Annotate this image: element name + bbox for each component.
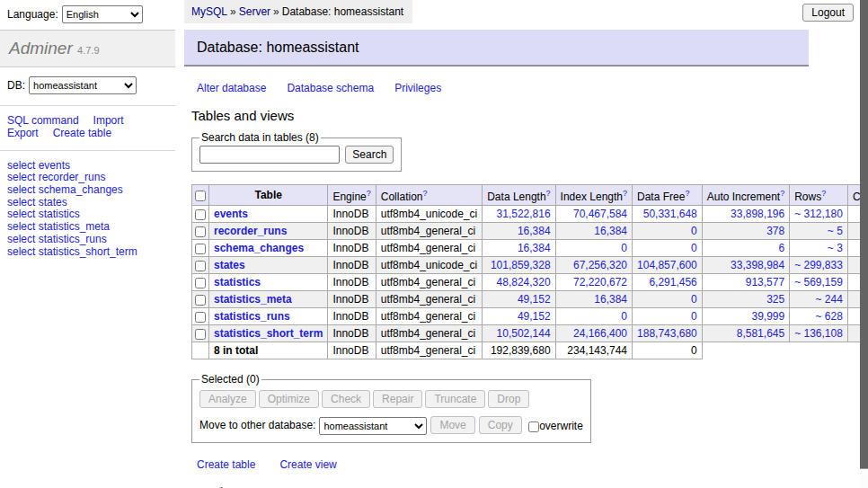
language-select[interactable]: English [62,5,143,23]
move-copy-button[interactable]: Copy [479,416,522,434]
logout-button[interactable]: Logout [802,4,854,22]
sidebar-action-link[interactable]: Import [93,114,124,127]
move-copy-button[interactable]: Move [430,416,474,434]
scrollbar-thumb[interactable] [860,0,868,469]
sidebar-table-link[interactable]: select events [7,159,70,172]
breadcrumb-link[interactable]: MySQL [191,5,227,18]
index-length-link[interactable]: 16,384 [594,225,627,237]
index-length-link[interactable]: 0 [621,242,627,254]
row-checkbox[interactable] [195,261,206,271]
table-name-link[interactable]: statistics_meta [214,293,292,306]
auto-increment-link[interactable]: 325 [766,293,784,306]
bulk-action-button[interactable]: Optimize [259,390,319,408]
move-db-select[interactable]: homeassistant [319,417,427,435]
auto-increment-link[interactable]: 6 [778,242,784,254]
breadcrumb-link[interactable]: Server [239,5,270,18]
database-action-link[interactable]: Alter database [197,82,266,94]
index-length-link[interactable]: 72,220,672 [573,276,627,288]
sidebar-table-link[interactable]: select schema_changes [7,183,123,196]
column-help-link[interactable]: ? [422,189,427,198]
bulk-action-button[interactable]: Truncate [425,390,485,408]
row-checkbox[interactable] [195,244,206,254]
search-input[interactable] [199,146,340,164]
data-length-link[interactable]: 16,384 [518,225,551,237]
column-help-link[interactable]: ? [546,189,551,198]
data-length-link[interactable]: 48,824,320 [497,276,551,288]
bulk-action-button[interactable]: Analyze [199,390,256,408]
rows-link[interactable]: ~ 299,833 [794,259,843,271]
rows-link[interactable]: ~ 244 [816,293,843,306]
sidebar-table-link[interactable]: select recorder_runs [7,171,105,183]
column-help-link[interactable]: ? [685,189,689,198]
column-help-link[interactable]: ? [821,189,826,198]
sidebar-action-link[interactable]: SQL command [7,114,79,127]
table-name-link[interactable]: statistics_short_term [214,327,323,340]
auto-increment-link[interactable]: 378 [766,225,784,237]
select-all-checkbox[interactable] [195,191,206,201]
auto-increment-link[interactable]: 33,898,196 [731,208,784,220]
vertical-scrollbar[interactable] [860,0,868,488]
data-free-link[interactable]: 0 [691,225,697,237]
data-free-link[interactable]: 188,743,680 [637,327,697,340]
rows-link[interactable]: ~ 628 [816,310,843,323]
row-checkbox[interactable] [195,295,206,306]
auto-increment-link[interactable]: 39,999 [751,310,784,323]
data-free-link[interactable]: 0 [691,310,697,323]
database-action-link[interactable]: Database schema [287,82,374,94]
create-link[interactable]: Create table [197,458,255,471]
sidebar-action-link[interactable]: Export [7,127,39,139]
table-name-link[interactable]: recorder_runs [214,225,287,237]
column-help-link[interactable]: ? [780,189,784,198]
bulk-action-button[interactable]: Repair [373,390,422,408]
sidebar-table-link[interactable]: select states [7,196,67,209]
index-length-link[interactable]: 16,384 [594,293,627,306]
data-free-link[interactable]: 50,331,648 [643,208,697,220]
sidebar-table-link[interactable]: select statistics_meta [7,220,110,233]
column-help-link[interactable]: ? [367,189,371,198]
rows-link[interactable]: ~ 5 [828,225,843,237]
search-button[interactable]: Search [345,146,394,164]
index-length-link[interactable]: 24,166,400 [573,327,627,340]
auto-increment-link[interactable]: 33,398,984 [731,259,784,271]
data-length-link[interactable]: 16,384 [518,242,551,254]
row-checkbox[interactable] [195,209,206,220]
rows-link[interactable]: ~ 136,108 [794,327,843,340]
data-length-link[interactable]: 10,502,144 [497,327,551,340]
column-help-link[interactable]: ? [623,189,627,198]
auto-increment-link[interactable]: 8,581,645 [737,327,784,340]
table-name-link[interactable]: statistics_runs [214,310,290,323]
row-checkbox[interactable] [195,329,206,340]
index-length-link[interactable]: 70,467,584 [573,208,627,220]
data-free-link[interactable]: 104,857,600 [637,259,697,271]
data-length-link[interactable]: 101,859,328 [491,259,551,271]
database-action-link[interactable]: Privileges [394,82,441,94]
table-name-link[interactable]: events [214,208,248,220]
row-checkbox[interactable] [195,312,206,323]
table-name-link[interactable]: statistics [214,276,261,288]
table-name-link[interactable]: states [214,259,245,271]
data-length-link[interactable]: 49,152 [518,310,551,323]
sidebar-table-link[interactable]: select statistics [7,208,80,220]
data-length-link[interactable]: 31,522,816 [497,208,551,220]
rows-link[interactable]: ~ 569,159 [794,276,843,288]
bulk-action-button[interactable]: Drop [488,390,529,408]
rows-link[interactable]: ~ 312,180 [794,208,843,220]
rows-link[interactable]: ~ 3 [828,242,843,254]
data-free-link[interactable]: 6,291,456 [649,276,696,288]
table-name-link[interactable]: schema_changes [214,242,304,254]
row-checkbox[interactable] [195,278,206,288]
sidebar-table-link[interactable]: select statistics_short_term [7,245,137,258]
index-length-link[interactable]: 0 [621,310,627,323]
data-free-link[interactable]: 0 [691,242,697,254]
auto-increment-link[interactable]: 913,577 [746,276,784,288]
overwrite-checkbox[interactable] [528,421,539,432]
data-length-link[interactable]: 49,152 [518,293,551,306]
data-free-link[interactable]: 0 [691,293,697,306]
index-length-link[interactable]: 67,256,320 [573,259,627,271]
db-select[interactable]: homeassistant [29,76,137,94]
sidebar-action-link[interactable]: Create table [53,127,111,139]
row-checkbox[interactable] [195,226,206,237]
bulk-action-button[interactable]: Check [322,390,370,408]
create-link[interactable]: Create view [279,458,336,471]
sidebar-table-link[interactable]: select statistics_runs [7,233,107,245]
